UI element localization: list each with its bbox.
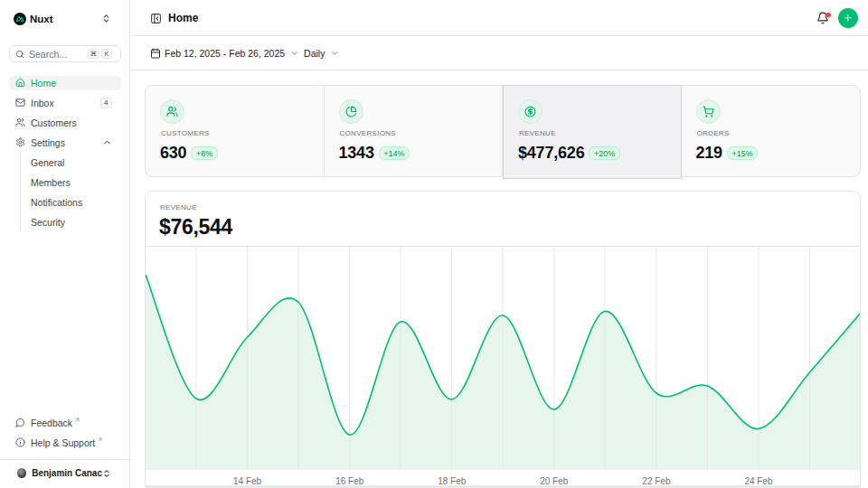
svg-text:16 Feb: 16 Feb (335, 476, 364, 486)
svg-text:18 Feb: 18 Feb (438, 476, 467, 486)
svg-text:24 Feb: 24 Feb (744, 476, 773, 486)
svg-text:22 Feb: 22 Feb (642, 476, 671, 486)
svg-text:14 Feb: 14 Feb (233, 476, 262, 486)
svg-text:20 Feb: 20 Feb (540, 476, 569, 486)
